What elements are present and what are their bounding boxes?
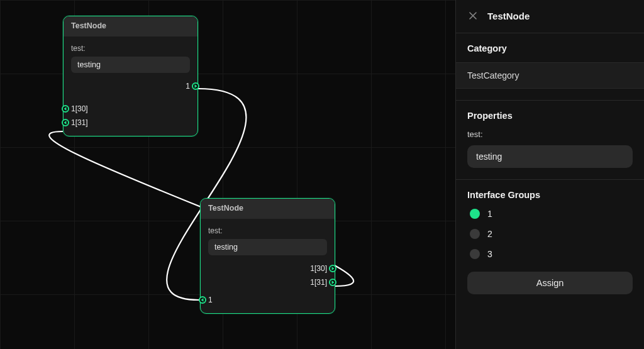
section-heading-properties: Properties — [467, 111, 633, 121]
node-output-port-icon[interactable] — [329, 279, 336, 286]
interface-group-label: 1 — [487, 209, 492, 219]
node-input-label: 1[30] — [71, 104, 88, 113]
node[interactable]: TestNode test: 1 1[30] 1[31] — [63, 16, 198, 136]
node-output-port-icon[interactable] — [192, 82, 199, 90]
node-field-input[interactable] — [208, 239, 327, 255]
inspector-title: TestNode — [487, 11, 530, 21]
node-input-port-icon[interactable] — [62, 105, 69, 113]
node-field-label: test: — [71, 44, 190, 53]
radio-icon — [470, 209, 480, 219]
node-field-input[interactable] — [71, 57, 190, 73]
property-label: test: — [467, 130, 633, 139]
node[interactable]: TestNode test: 1[30] 1[31] 1 — [200, 198, 335, 314]
interface-group-label: 2 — [487, 229, 492, 239]
node-title[interactable]: TestNode — [201, 199, 335, 219]
interface-group-option[interactable]: 2 — [470, 229, 633, 239]
radio-icon — [470, 249, 480, 259]
node-title[interactable]: TestNode — [64, 16, 197, 36]
close-button[interactable] — [467, 10, 479, 21]
node-output-label: 1 — [186, 82, 190, 91]
node-input-port-icon[interactable] — [199, 296, 206, 304]
category-value: TestCategory — [456, 62, 644, 89]
section-heading-interface-groups: Interface Groups — [467, 190, 633, 200]
node-input-port-icon[interactable] — [62, 119, 69, 126]
assign-button[interactable]: Assign — [467, 272, 633, 294]
node-output-label: 1[30] — [310, 264, 327, 273]
radio-icon — [470, 229, 480, 239]
graph-canvas[interactable]: TestNode test: 1 1[30] 1[31] TestNode te… — [0, 0, 455, 349]
close-icon — [469, 12, 477, 19]
node-output-port-icon[interactable] — [329, 265, 336, 272]
node-input-label: 1[31] — [71, 118, 88, 127]
node-output-label: 1[31] — [310, 278, 327, 287]
interface-group-option[interactable]: 1 — [470, 209, 633, 219]
node-field-label: test: — [208, 226, 327, 235]
interface-group-option[interactable]: 3 — [470, 249, 633, 259]
property-input[interactable] — [467, 145, 633, 168]
node-input-label: 1 — [208, 296, 213, 304]
interface-group-label: 3 — [487, 249, 492, 259]
inspector-panel: TestNode Category TestCategory Propertie… — [455, 0, 644, 349]
section-heading-category: Category — [467, 43, 633, 53]
